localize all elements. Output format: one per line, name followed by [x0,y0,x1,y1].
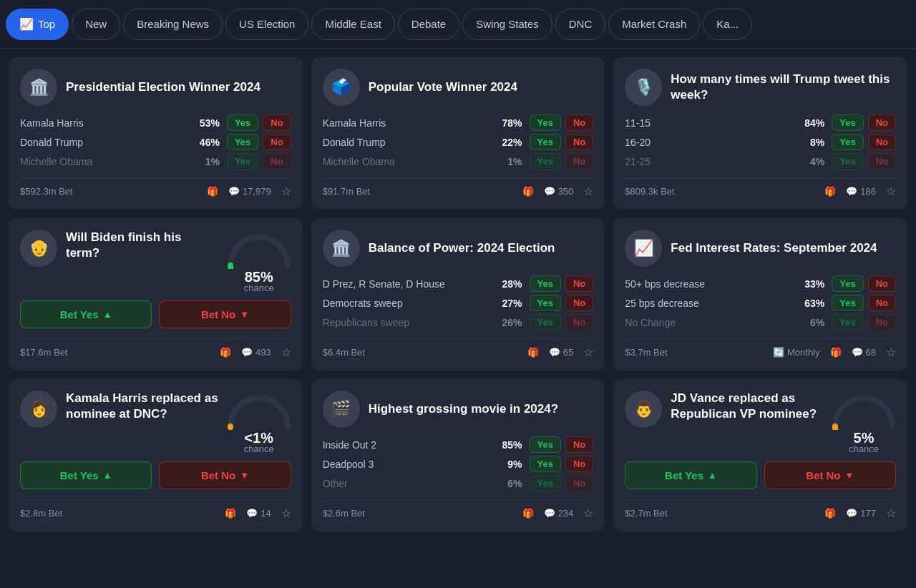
comment-group[interactable]: 💬 186 [846,186,876,197]
no-button-1[interactable]: No [565,456,593,472]
bet-no-button[interactable]: Bet No ▼ [159,300,291,328]
comment-group[interactable]: 💬 493 [241,347,271,358]
no-button-1[interactable]: No [565,134,593,150]
bet-no-button[interactable]: Bet No ▼ [764,461,896,489]
star-icon[interactable]: ☆ [886,346,896,359]
yes-button-2[interactable]: Yes [530,475,561,491]
comment-group[interactable]: 💬 17,979 [228,186,271,197]
yes-button-0[interactable]: Yes [530,275,561,292]
star-icon[interactable]: ☆ [583,346,593,359]
no-button-0[interactable]: No [263,114,291,131]
gift-icon[interactable]: 🎁 [824,508,836,519]
gift-icon[interactable]: 🎁 [527,347,539,358]
star-icon[interactable]: ☆ [281,185,291,198]
no-button-2[interactable]: No [263,153,291,170]
comment-group[interactable]: 💬 234 [544,508,574,519]
gift-icon[interactable]: 🎁 [225,508,236,519]
card-header: 📈 Fed Interest Rates: September 2024 [625,230,896,267]
no-button-2[interactable]: No [565,153,593,170]
yes-button-2[interactable]: Yes [227,153,258,170]
nav-item-debate[interactable]: Debate [398,9,459,40]
yes-button-2[interactable]: Yes [530,153,561,170]
yes-button-0[interactable]: Yes [227,114,258,131]
bet-no-button[interactable]: Bet No ▼ [159,461,291,489]
option-row-1: Deadpool 3 9% Yes No [323,454,594,474]
gift-icon[interactable]: 🎁 [824,186,836,197]
yes-button-2[interactable]: Yes [530,314,561,330]
option-pct-2: 1% [185,156,220,167]
card-header: 👴 Will Biden finish his term? 85% chance [20,230,291,293]
star-icon[interactable]: ☆ [281,346,291,359]
gauge-label: chance [849,444,879,454]
card-presidential-2024: 🏛️ Presidential Election Winner 2024 Kam… [9,57,303,210]
yes-button-0[interactable]: Yes [832,114,863,131]
nav-item-top[interactable]: 📈Top [6,9,69,40]
no-button-0[interactable]: No [565,436,593,453]
nav-item-us-election[interactable]: US Election [225,9,308,40]
nav-item-breaking[interactable]: Breaking News [123,9,223,40]
nav-item-middle-east[interactable]: Middle East [311,9,394,40]
no-button-2[interactable]: No [565,314,593,330]
option-pct-0: 78% [488,117,522,129]
card-title: JD Vance replaced as Republican VP nomin… [671,391,823,422]
gift-icon[interactable]: 🎁 [830,347,842,358]
yes-button-1[interactable]: Yes [832,134,863,150]
yes-button-0[interactable]: Yes [530,436,561,453]
gift-icon[interactable]: 🎁 [522,508,534,519]
gift-group: 🎁 [830,347,842,358]
no-button-2[interactable]: No [868,153,896,170]
gift-icon[interactable]: 🎁 [207,186,218,197]
option-pct-2: 4% [790,156,824,167]
star-icon[interactable]: ☆ [886,506,896,520]
no-button-2[interactable]: No [868,314,896,330]
nav-item-dnc[interactable]: DNC [555,9,606,40]
bet-yes-button[interactable]: Bet Yes ▲ [20,461,152,489]
comment-group[interactable]: 💬 177 [846,508,876,519]
no-button-1[interactable]: No [263,134,291,150]
card-avatar: 👩 [20,391,57,428]
no-button-1[interactable]: No [868,295,896,311]
nav-item-market-crash[interactable]: Market Crash [608,9,700,40]
card-header: 🗳️ Popular Vote Winner 2024 [323,69,594,106]
comment-group[interactable]: 💬 65 [549,347,573,358]
yes-button-1[interactable]: Yes [530,456,561,472]
yes-button-1[interactable]: Yes [832,295,863,311]
card-footer: $3.7m Bet 🔄 Monthly 🎁 💬 68 ☆ [625,339,896,359]
yes-button-2[interactable]: Yes [832,314,863,330]
yes-button-1[interactable]: Yes [530,295,561,311]
star-icon[interactable]: ☆ [281,506,291,520]
yes-button-1[interactable]: Yes [227,134,258,150]
comment-group[interactable]: 💬 350 [544,186,574,197]
gift-icon[interactable]: 🎁 [522,186,534,197]
no-button-0[interactable]: No [868,275,896,292]
bet-yes-button[interactable]: Bet Yes ▲ [625,461,756,489]
option-pct-2: 26% [488,317,522,328]
card-title: Presidential Election Winner 2024 [66,79,260,95]
nav-item-new[interactable]: New [72,9,120,40]
card-avatar: 👴 [20,230,57,267]
option-name-1: Donald Trump [20,137,185,148]
yes-button-0[interactable]: Yes [530,114,561,131]
no-button-0[interactable]: No [565,114,593,131]
no-button-1[interactable]: No [868,134,896,150]
bet-no-label: Bet No [201,469,235,481]
option-row-0: 50+ bps decrease 33% Yes No [625,274,896,293]
comment-count: 177 [860,508,876,519]
yes-button-2[interactable]: Yes [832,153,863,170]
yes-button-0[interactable]: Yes [832,275,863,292]
yes-button-1[interactable]: Yes [530,134,561,150]
star-icon[interactable]: ☆ [583,185,593,198]
nav-item-ka[interactable]: Ka... [703,9,752,40]
star-icon[interactable]: ☆ [886,185,896,198]
star-icon[interactable]: ☆ [583,506,593,520]
no-button-0[interactable]: No [565,275,593,292]
gift-icon[interactable]: 🎁 [220,347,231,358]
comment-group[interactable]: 💬 14 [246,508,271,519]
no-button-1[interactable]: No [565,295,593,311]
comment-group[interactable]: 💬 68 [852,347,876,358]
no-button-2[interactable]: No [565,475,593,491]
no-button-0[interactable]: No [868,114,896,131]
bet-yes-button[interactable]: Bet Yes ▲ [20,300,152,328]
nav-item-swing-states[interactable]: Swing States [462,9,552,40]
option-name-0: 11-15 [625,117,790,129]
